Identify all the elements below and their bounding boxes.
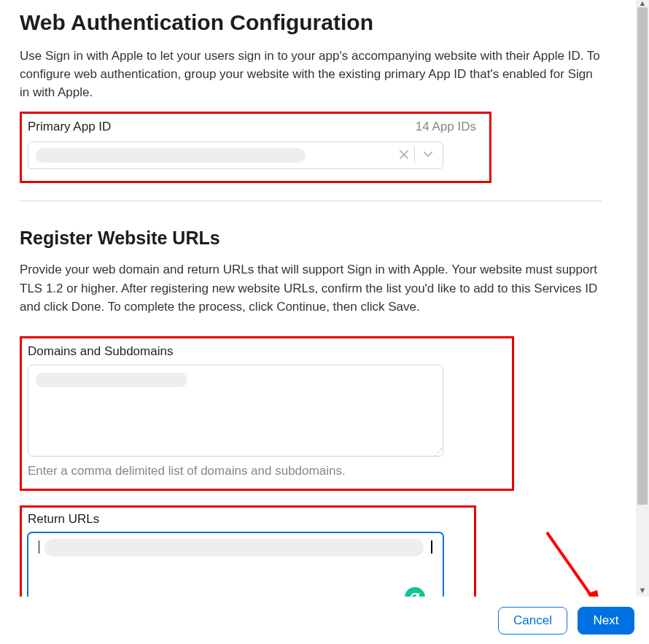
selected-app-id-redacted [36,148,306,163]
modal-content: Web Authentication Configuration Use Sig… [0,0,636,597]
domains-value-redacted [36,373,187,387]
section-divider [20,201,602,201]
scroll-up-icon[interactable]: ▲ [636,0,649,9]
domains-label: Domains and Subdomains [28,344,505,359]
primary-app-id-highlight: Primary App ID 14 App IDs [20,112,491,183]
web-auth-description: Use Sign in with Apple to let your users… [20,47,602,101]
primary-app-id-select[interactable] [28,141,443,169]
clear-icon[interactable] [399,148,409,163]
app-id-count: 14 App IDs [416,120,476,134]
domains-highlight: Domains and Subdomains ⋰ Enter a comma d… [20,336,514,491]
select-divider [414,147,415,163]
return-urls-textarea[interactable]: ⋰ [28,532,443,597]
grammarly-icon[interactable] [405,587,425,597]
page-title: Web Authentication Configuration [20,10,636,35]
next-button[interactable]: Next [578,607,634,635]
register-urls-description: Provide your web domain and return URLs … [20,260,602,315]
resize-handle-icon[interactable]: ⋰ [434,450,441,454]
text-cursor-end [431,540,432,554]
domains-helper: Enter a comma delimited list of domains … [28,464,505,478]
return-urls-label: Return URLs [28,512,468,527]
modal-footer: Cancel Next [0,597,649,644]
text-cursor [39,540,39,554]
cancel-button[interactable]: Cancel [498,607,567,635]
register-urls-title: Register Website URLs [20,228,636,249]
primary-app-id-label: Primary App ID [28,120,111,134]
chevron-down-icon[interactable] [422,148,434,163]
scrollbar-thumb[interactable] [637,7,648,505]
scrollbar-track[interactable] [636,0,649,597]
domains-textarea[interactable]: ⋰ [28,365,443,457]
scroll-down-icon[interactable]: ▼ [636,583,649,597]
return-urls-highlight: Return URLs ⋰ Enter a comma delimited li… [20,505,476,597]
return-url-value-redacted [44,539,424,556]
